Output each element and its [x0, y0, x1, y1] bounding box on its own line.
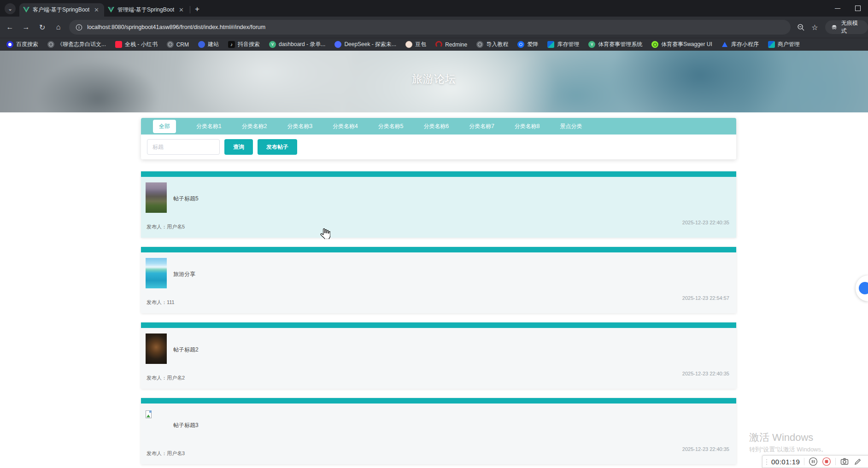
reload-button[interactable]: ↻ [36, 21, 48, 34]
post-accent-bar [141, 398, 736, 404]
tab-close-icon[interactable]: ✕ [177, 6, 185, 13]
query-button[interactable]: 查询 [224, 139, 253, 155]
incognito-icon [831, 23, 838, 31]
stop-recording-button[interactable] [822, 457, 831, 466]
bookmark-item[interactable]: 百度搜索 [6, 41, 38, 48]
filter-panel: 全部 分类名称1 分类名称2 分类名称3 分类名称4 分类名称5 分类名称6 分… [141, 118, 736, 159]
bookmark-item[interactable]: Redmine [435, 41, 467, 48]
aijiang-icon [517, 41, 524, 48]
pause-recording-button[interactable] [809, 457, 818, 466]
inventory-app-icon [547, 41, 554, 48]
tab-search-button[interactable]: ⌄ [5, 3, 16, 14]
annotate-pencil-button[interactable] [853, 457, 862, 466]
bookmark-item[interactable]: 商户管理 [768, 41, 800, 48]
browser-tab-admin[interactable]: 管理端-基于SpringBoot的个性 ✕ [104, 3, 189, 17]
bookmark-item[interactable]: 导入教程 [476, 41, 508, 48]
category-tab[interactable]: 分类名称4 [333, 123, 358, 130]
post-body: 帖子标题2 发布人：用户名2 2025-12-23 22:40:35 [141, 328, 736, 389]
vue-app-icon [588, 41, 595, 48]
post-author: 发布人：用户名5 [147, 223, 185, 230]
post-title: 帖子标题5 [173, 195, 199, 203]
floating-widget-icon [859, 282, 868, 294]
incognito-label: 无痕模式 [841, 19, 862, 35]
bookmark-item[interactable]: 体育赛事管理系统 [588, 41, 642, 48]
page-info-icon[interactable] [76, 24, 82, 31]
bookmark-item[interactable]: 体育赛事Swagger UI [651, 41, 712, 48]
bookmark-item[interactable]: 库存小程序 [721, 41, 759, 48]
floating-widget-button[interactable] [856, 275, 868, 301]
xiaohongshu-icon [115, 41, 122, 48]
tab-close-icon[interactable]: ✕ [93, 6, 100, 13]
divider [804, 458, 804, 465]
browser-tab-client[interactable]: 客户端-基于SpringBoot的个性 ✕ [19, 3, 104, 17]
bookmark-item[interactable]: 豆包 [405, 41, 426, 48]
person-thumbnail [146, 333, 167, 364]
post-card[interactable]: 旅游分享 发布人：111 2025-12-23 22:54:57 [141, 247, 736, 313]
category-tab[interactable]: 全部 [153, 120, 176, 133]
bookmark-label: DeepSeek - 探索未... [344, 41, 396, 48]
beach-thumbnail [146, 258, 167, 288]
divider [835, 458, 836, 465]
category-tab[interactable]: 分类名称7 [469, 123, 494, 130]
bookmark-label: 百度搜索 [16, 41, 38, 48]
category-tab[interactable]: 分类名称3 [287, 123, 312, 130]
bookmark-item[interactable]: 抖音搜索 [228, 41, 260, 48]
post-accent-bar [141, 171, 736, 177]
category-tab[interactable]: 分类名称2 [242, 123, 267, 130]
watermark-line1: 激活 Windows [749, 432, 827, 443]
address-bar[interactable]: localhost:8080/springboot41asw896/front/… [69, 20, 791, 35]
bookmark-star-icon[interactable]: ☆ [811, 23, 818, 32]
doubao-icon [405, 41, 412, 48]
forward-button[interactable]: → [20, 21, 32, 34]
recording-timer: 00:01:19 [771, 458, 800, 466]
incognito-badge: 无痕模式 [825, 20, 868, 34]
category-tab[interactable]: 景点分类 [560, 123, 582, 130]
bookmark-item[interactable]: 库存管理 [547, 41, 579, 48]
globe-icon [47, 41, 54, 48]
bookmark-item[interactable]: 全栈 - 小红书 [115, 41, 158, 48]
title-search-input[interactable] [147, 139, 220, 155]
category-tabs: 全部 分类名称1 分类名称2 分类名称3 分类名称4 分类名称5 分类名称6 分… [141, 118, 736, 135]
bookmark-item[interactable]: dashboard - 录单... [269, 41, 325, 48]
drag-handle-icon[interactable] [766, 459, 767, 460]
bookmark-item[interactable]: CRM [167, 41, 189, 48]
home-button[interactable]: ⌂ [52, 21, 65, 34]
post-list: 帖子标题5 发布人：用户名5 2025-12-23 22:40:35 旅游分享 … [141, 171, 736, 468]
category-tab[interactable]: 分类名称1 [196, 123, 222, 130]
site-builder-icon [198, 41, 205, 48]
broken-image-icon [146, 410, 152, 418]
redmine-icon [435, 41, 442, 48]
screenshot-camera-button[interactable] [840, 457, 849, 466]
category-tab[interactable]: 分类名称6 [423, 123, 449, 130]
minimize-button[interactable]: — [827, 0, 848, 17]
search-row: 查询 发布帖子 [141, 135, 736, 159]
bookmark-item[interactable]: 《聊斋志异白话文... [47, 41, 106, 48]
post-accent-bar [141, 322, 736, 328]
maximize-icon [855, 6, 861, 11]
bookmarks-bar: 百度搜索 《聊斋志异白话文... 全栈 - 小红书 CRM 建站 抖音搜索 da… [0, 38, 868, 51]
post-date: 2025-12-23 22:40:35 [682, 220, 729, 225]
mountain-thumbnail [146, 182, 167, 213]
bookmark-label: dashboard - 录单... [279, 41, 325, 48]
post-card[interactable]: 帖子标题3 发布人：用户名3 2025-12-23 22:40:35 [141, 398, 736, 464]
post-card[interactable]: 帖子标题5 发布人：用户名5 2025-12-23 22:40:35 [141, 171, 736, 238]
tab-title: 客户端-基于SpringBoot的个性 [33, 6, 89, 14]
post-author: 发布人：111 [147, 299, 175, 306]
maximize-button[interactable] [848, 0, 868, 17]
post-author: 发布人：用户名2 [147, 374, 185, 381]
screen-recorder-toolbar: 00:01:19 [762, 455, 868, 468]
browser-toolbar: ← → ↻ ⌂ localhost:8080/springboot41asw89… [0, 17, 868, 38]
category-tab[interactable]: 分类名称5 [378, 123, 404, 130]
category-tab[interactable]: 分类名称8 [515, 123, 540, 130]
bookmark-item[interactable]: 爱降 [517, 41, 538, 48]
post-card[interactable]: 帖子标题2 发布人：用户名2 2025-12-23 22:40:35 [141, 322, 736, 389]
post-accent-bar [141, 247, 736, 252]
new-tab-button[interactable]: + [195, 5, 199, 14]
zoom-out-icon[interactable] [797, 23, 805, 31]
bookmark-item[interactable]: 建站 [198, 41, 219, 48]
bookmark-item[interactable]: DeepSeek - 探索未... [334, 41, 396, 48]
publish-post-button[interactable]: 发布帖子 [258, 139, 297, 155]
tiktok-icon [228, 41, 235, 48]
back-button[interactable]: ← [4, 21, 16, 34]
post-date: 2025-12-23 22:40:35 [682, 371, 729, 376]
